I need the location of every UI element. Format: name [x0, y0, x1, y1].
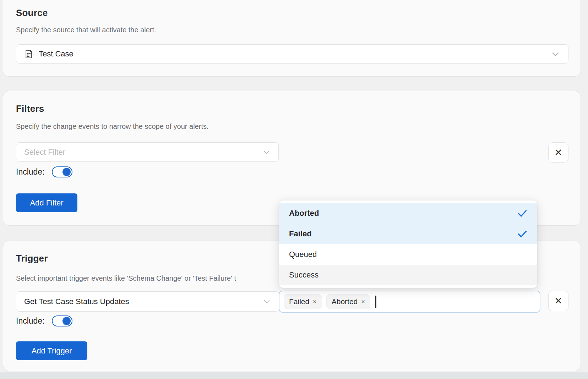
dropdown-option-failed[interactable]: Failed: [279, 224, 537, 244]
chip-label: Aborted: [332, 297, 358, 306]
option-label: Queued: [289, 250, 317, 259]
dropdown-option-success[interactable]: Success: [279, 265, 537, 285]
trigger-include-toggle[interactable]: [52, 315, 72, 326]
chip-remove-icon[interactable]: ×: [313, 298, 317, 306]
dropdown-option-queued[interactable]: Queued: [279, 244, 537, 265]
chevron-down-icon: [262, 148, 271, 156]
source-section-description: Specify the source that will activate th…: [16, 26, 156, 34]
dropdown-option-aborted[interactable]: Aborted: [279, 203, 537, 224]
filters-include-toggle[interactable]: [52, 166, 72, 177]
filters-include-label: Include:: [16, 167, 45, 177]
check-icon: [517, 208, 528, 219]
option-label: Aborted: [289, 209, 319, 218]
test-case-document-icon: [24, 49, 33, 59]
source-select[interactable]: Test Case: [16, 44, 568, 64]
trigger-include-label: Include:: [16, 316, 45, 326]
add-filter-button[interactable]: Add Filter: [16, 193, 77, 212]
text-cursor: [375, 296, 376, 308]
selected-status-chip: Aborted ×: [326, 294, 370, 309]
trigger-select[interactable]: Get Test Case Status Updates: [16, 291, 279, 312]
close-icon: ✕: [554, 295, 562, 307]
remove-filter-button[interactable]: ✕: [548, 142, 568, 163]
close-icon: ✕: [554, 147, 562, 158]
chevron-down-icon: [551, 49, 560, 59]
source-section-card: Source Specify the source that will acti…: [3, 0, 581, 77]
trigger-status-multiselect-input[interactable]: Failed × Aborted ×: [279, 291, 540, 313]
add-trigger-button[interactable]: Add Trigger: [16, 341, 87, 360]
source-section-title: Source: [16, 7, 48, 18]
remove-trigger-button[interactable]: ✕: [548, 291, 568, 311]
option-label: Failed: [289, 229, 312, 238]
filter-select-placeholder: Select Filter: [24, 148, 65, 157]
chip-label: Failed: [289, 297, 309, 306]
add-trigger-button-label: Add Trigger: [32, 346, 72, 356]
chip-remove-icon[interactable]: ×: [361, 298, 365, 306]
option-label: Success: [289, 270, 318, 280]
filters-include-row: Include:: [16, 166, 72, 177]
trigger-include-row: Include:: [16, 315, 72, 326]
toggle-knob: [62, 168, 71, 176]
toggle-knob: [62, 317, 71, 325]
page-bottom-band: [0, 372, 588, 379]
status-options-dropdown: Aborted Failed Queued Success: [279, 201, 537, 288]
source-select-value: Test Case: [39, 49, 74, 59]
trigger-section-description: Select important trigger events like 'Sc…: [16, 274, 236, 282]
trigger-select-value: Get Test Case Status Updates: [24, 297, 129, 306]
check-icon: [517, 228, 528, 240]
filters-section-description: Specify the change events to narrow the …: [16, 122, 209, 131]
add-filter-button-label: Add Filter: [30, 198, 63, 208]
selected-status-chip: Failed ×: [284, 294, 322, 309]
filters-section-title: Filters: [16, 103, 44, 114]
trigger-section-title: Trigger: [16, 253, 48, 264]
filter-select[interactable]: Select Filter: [16, 142, 279, 162]
chevron-down-icon: [263, 297, 271, 306]
